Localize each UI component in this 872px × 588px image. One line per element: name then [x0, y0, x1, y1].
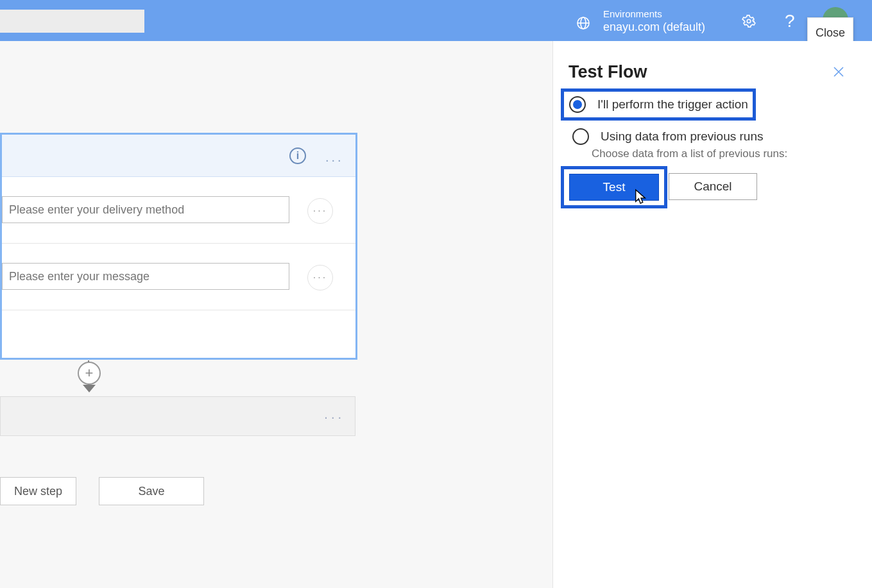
field-row-delivery: ··· — [2, 177, 355, 244]
option-label: I'll perform the trigger action — [597, 97, 748, 112]
message-input[interactable] — [2, 263, 289, 290]
save-label: Save — [138, 485, 164, 498]
close-tooltip-label: Close — [816, 26, 845, 40]
globe-icon — [576, 15, 591, 31]
add-step-icon[interactable]: + — [78, 362, 101, 385]
trigger-card[interactable]: i ··· ··· ··· — [0, 133, 357, 360]
trigger-card-header[interactable]: i ··· — [2, 135, 355, 177]
info-icon[interactable]: i — [289, 147, 306, 164]
connector-arrow-icon — [83, 385, 96, 392]
delivery-method-input[interactable] — [2, 196, 289, 223]
option-perform-trigger[interactable]: I'll perform the trigger action — [561, 88, 756, 121]
environment-name: enayu.com (default) — [603, 21, 705, 33]
help-icon[interactable]: ? — [785, 11, 795, 31]
panel-title: Test Flow — [569, 62, 647, 82]
option-previous-runs[interactable]: Using data from previous runs — [567, 127, 763, 146]
cancel-button[interactable]: Cancel — [669, 173, 757, 200]
test-button[interactable]: Test — [569, 174, 659, 201]
top-bar: Environments enayu.com (default) ? Close — [0, 0, 872, 41]
environment-label: Environments — [603, 8, 705, 21]
action-card[interactable]: ··· — [0, 396, 355, 436]
card-more-icon[interactable]: ··· — [325, 153, 344, 167]
radio-previous-runs[interactable] — [572, 128, 589, 145]
flow-canvas: i ··· ··· ··· + ··· New step Save — [0, 41, 552, 588]
field-row-message: ··· — [2, 244, 355, 310]
cancel-label: Cancel — [694, 180, 731, 194]
test-flow-panel: Test Flow I'll perform the trigger actio… — [552, 41, 872, 588]
search-box[interactable] — [0, 10, 144, 33]
radio-perform-trigger[interactable] — [569, 96, 586, 113]
save-button[interactable]: Save — [99, 477, 204, 505]
test-button-highlight: Test — [561, 166, 667, 208]
cursor-icon — [634, 189, 648, 206]
field-more-icon[interactable]: ··· — [307, 198, 333, 224]
card-more-icon[interactable]: ··· — [324, 410, 345, 424]
svg-point-2 — [747, 19, 751, 23]
option-subtext: Choose data from a list of previous runs… — [592, 147, 787, 160]
option-label: Using data from previous runs — [601, 130, 763, 144]
close-icon[interactable] — [831, 64, 846, 80]
field-more-icon[interactable]: ··· — [307, 265, 333, 290]
test-button-label: Test — [603, 180, 626, 194]
new-step-button[interactable]: New step — [0, 477, 76, 505]
environment-text[interactable]: Environments enayu.com (default) — [603, 8, 705, 33]
new-step-label: New step — [14, 485, 62, 498]
gear-icon[interactable] — [742, 14, 756, 28]
